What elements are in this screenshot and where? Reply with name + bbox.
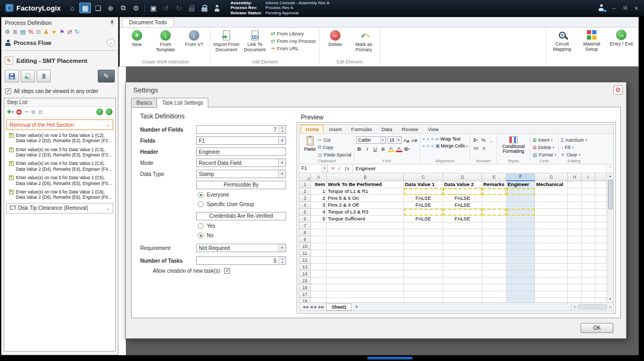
specific-user-group-radio-row[interactable]: Specific User Group xyxy=(196,200,286,208)
percent-style-button[interactable]: % xyxy=(480,136,486,143)
cell-g4[interactable] xyxy=(535,202,568,209)
cell-f17[interactable] xyxy=(507,291,535,298)
from-template-button[interactable]: ↓ From Template xyxy=(152,29,179,54)
save-icon[interactable]: ▣ xyxy=(148,3,159,13)
cell-g16[interactable] xyxy=(535,284,568,291)
cell-a11[interactable] xyxy=(311,250,327,257)
cell-f11[interactable] xyxy=(507,250,535,257)
cell-g14[interactable] xyxy=(535,271,568,277)
cell-b2[interactable]: Torque of L1 & R1 xyxy=(327,188,404,195)
cell-f12[interactable] xyxy=(507,257,535,264)
cell-d1[interactable]: Data Value 2 xyxy=(443,181,482,188)
paste-special-button[interactable]: ▤Paste Special xyxy=(318,151,352,158)
scroll-right-icon[interactable]: > xyxy=(607,304,613,309)
excel-tab-data[interactable]: Data xyxy=(378,125,397,133)
tab-task-list-settings[interactable]: Task List Settings xyxy=(157,98,208,108)
row-header-17[interactable]: 17 xyxy=(299,291,311,298)
number-of-tasks-stepper[interactable]: 5▴▾ xyxy=(196,256,286,265)
cell-b10[interactable] xyxy=(327,243,404,250)
comma-style-button[interactable]: , xyxy=(488,136,494,143)
cell-f15[interactable] xyxy=(507,277,535,284)
font-color-button[interactable]: A xyxy=(396,146,402,152)
copy-process-icon[interactable]: ⧉ xyxy=(117,3,129,13)
everyone-radio[interactable] xyxy=(198,192,204,198)
process-definition-icon[interactable]: ▦ xyxy=(79,3,91,13)
cell-g9[interactable] xyxy=(535,236,568,243)
chevron-down-icon[interactable]: ▾ xyxy=(380,137,385,143)
cell-i6[interactable] xyxy=(582,216,595,223)
chevron-down-icon[interactable]: ⌄ xyxy=(106,206,110,211)
autosum-button[interactable]: ΣAutoSum▾ xyxy=(561,136,587,143)
format-cells-button[interactable]: ▤Format▾ xyxy=(532,151,556,158)
step-task-item[interactable]: Enter value(s) on row 3 for Data Value 1… xyxy=(4,145,115,160)
underline-button[interactable]: U xyxy=(372,145,379,152)
cell-a13[interactable] xyxy=(311,264,327,271)
decrease-decimal-button[interactable]: .0 xyxy=(480,145,486,152)
cell-e3[interactable] xyxy=(482,195,507,202)
cell-i12[interactable] xyxy=(582,257,595,264)
cell-f4[interactable] xyxy=(507,202,535,209)
insert-function-icon[interactable]: ƒx xyxy=(344,166,349,171)
checkout-icon[interactable] xyxy=(198,3,210,13)
fill-color-button[interactable]: A xyxy=(388,146,394,152)
step-task-item[interactable]: Enter value(s) on row 6 for Data Value 1… xyxy=(4,188,115,202)
specific-user-group-radio[interactable] xyxy=(198,201,204,207)
collapse-formula-bar-icon[interactable]: ⌃ xyxy=(606,164,613,173)
cell-f18[interactable] xyxy=(507,298,535,302)
copy-step-icon[interactable]: ⧉ xyxy=(31,109,35,115)
cell-d15[interactable] xyxy=(443,277,482,284)
move-step-down-icon[interactable]: ↓ xyxy=(106,108,113,115)
cell-b12[interactable] xyxy=(327,257,404,264)
step-group-item[interactable]: Removal of the Hot Section⌄ xyxy=(6,119,113,130)
allow-creation-checkbox[interactable] xyxy=(224,268,230,274)
cell-g3[interactable] xyxy=(535,195,568,202)
percent-icon[interactable]: % xyxy=(29,29,34,35)
no-radio-row[interactable]: No xyxy=(196,232,286,239)
column-header-e[interactable]: E xyxy=(482,173,507,181)
report-icon[interactable]: ▤ xyxy=(20,29,25,35)
cell-h13[interactable] xyxy=(568,264,582,271)
cell-a3[interactable]: 2 xyxy=(311,195,327,202)
data-type-select[interactable]: Stamp▾ xyxy=(196,170,286,178)
column-header-h[interactable]: H xyxy=(568,173,582,181)
cell-a18[interactable] xyxy=(311,298,327,302)
cell-i8[interactable] xyxy=(582,229,595,236)
cell-f8[interactable] xyxy=(507,229,535,236)
cell-c6[interactable]: FALSE xyxy=(404,216,443,223)
align-middle-icon[interactable]: ≡ xyxy=(427,136,429,142)
tab-document-tools[interactable]: Document Tools xyxy=(122,18,174,27)
requirement-select[interactable]: Not Required▾ xyxy=(196,244,286,252)
document-library-icon[interactable]: ❏ xyxy=(92,3,104,13)
pin-icon[interactable] xyxy=(109,20,115,26)
cell-a2[interactable]: 1 xyxy=(311,188,327,195)
cell-e8[interactable] xyxy=(482,229,507,236)
any-order-checkbox[interactable] xyxy=(5,88,11,94)
font-name-select[interactable]: Calibri▾ xyxy=(356,136,386,144)
cell-c11[interactable] xyxy=(404,250,443,257)
paste-step-icon[interactable]: ▤ xyxy=(38,109,42,115)
cell-h16[interactable] xyxy=(568,284,582,291)
column-header-c[interactable]: C xyxy=(404,173,443,181)
cell-c2[interactable] xyxy=(404,188,443,195)
insert-cells-button[interactable]: ⊞Insert▾ xyxy=(532,136,556,143)
scroll-thumb[interactable] xyxy=(608,180,613,209)
step-task-item[interactable]: Enter value(s) on row 4 for Data Value 1… xyxy=(4,159,115,173)
font-size-select[interactable]: 15▾ xyxy=(388,136,402,144)
edit-mode-button[interactable]: ✎ xyxy=(98,70,115,82)
cell-b17[interactable] xyxy=(327,291,404,298)
cell-e17[interactable] xyxy=(482,291,507,298)
cell-a4[interactable]: 3 xyxy=(311,202,327,209)
cell-d6[interactable]: FALSE xyxy=(443,216,482,223)
row-header-15[interactable]: 15 xyxy=(299,277,311,284)
chevron-down-icon[interactable]: ▾ xyxy=(321,164,327,173)
merge-cells-button[interactable]: ▣Merge Cells▾ xyxy=(435,143,467,149)
lock-icon[interactable] xyxy=(186,3,197,13)
chevron-down-icon[interactable]: ▾ xyxy=(278,159,286,166)
cell-b8[interactable] xyxy=(327,229,404,236)
next-sheet-icon[interactable]: ▶ xyxy=(314,305,317,309)
excel-tab-insert[interactable]: Insert xyxy=(325,125,346,133)
chevron-down-icon[interactable]: ▾ xyxy=(396,137,401,143)
vertical-scrollbar[interactable]: ▲ ▼ xyxy=(606,173,613,302)
collapse-panel-icon[interactable]: ⌄ xyxy=(107,39,115,47)
transfer-icon[interactable]: ⇄ xyxy=(67,29,72,35)
